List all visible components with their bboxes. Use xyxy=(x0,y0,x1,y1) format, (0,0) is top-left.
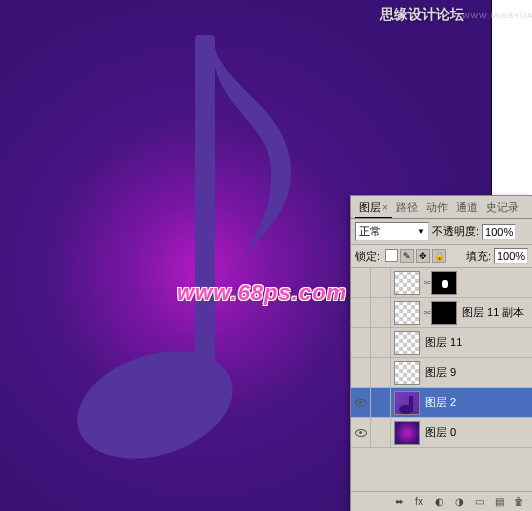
chain-icon: ⫘ xyxy=(423,278,431,287)
layer-thumb[interactable] xyxy=(394,331,420,355)
note-head xyxy=(63,333,246,478)
link-col[interactable] xyxy=(371,298,391,327)
layer-row[interactable]: 图层 0 xyxy=(351,418,532,448)
fill-label: 填充: xyxy=(466,249,491,264)
lock-position-icon[interactable]: ✥ xyxy=(416,249,430,263)
trash-icon[interactable]: 🗑 xyxy=(510,494,528,510)
blend-row: 正常 ▼ 不透明度: 100% xyxy=(351,219,532,244)
layer-name[interactable]: 图层 2 xyxy=(423,395,456,410)
layer-name[interactable]: 图层 0 xyxy=(423,425,456,440)
panel-tabs: 图层× 路径 动作 通道 史记录 xyxy=(351,196,532,219)
layers-list: ⫘ ⫘ 图层 11 副本 图层 11 图层 9 图 xyxy=(351,268,532,448)
visibility-toggle[interactable] xyxy=(351,268,371,297)
mask-icon[interactable]: ◐ xyxy=(430,494,448,510)
lock-row: 锁定: ✎ ✥ 🔒 填充: 100% xyxy=(351,244,532,268)
layers-panel: 图层× 路径 动作 通道 史记录 正常 ▼ 不透明度: 100% 锁定: ✎ ✥… xyxy=(350,195,532,511)
layer-mask[interactable] xyxy=(431,271,457,295)
visibility-toggle[interactable] xyxy=(351,418,371,447)
adjustment-icon[interactable]: ◑ xyxy=(450,494,468,510)
link-col[interactable] xyxy=(371,418,391,447)
lock-transparent-checkbox[interactable] xyxy=(385,249,398,262)
tab-paths[interactable]: 路径 xyxy=(392,198,422,218)
tab-close-icon[interactable]: × xyxy=(382,202,388,213)
layer-thumb[interactable] xyxy=(394,361,420,385)
chain-icon: ⫘ xyxy=(423,308,431,317)
blend-mode-select[interactable]: 正常 ▼ xyxy=(355,222,429,241)
layer-name[interactable]: 图层 11 xyxy=(423,335,462,350)
layer-name[interactable]: 图层 9 xyxy=(423,365,456,380)
fill-input[interactable]: 100% xyxy=(494,248,528,264)
layer-row[interactable]: ⫘ 图层 11 副本 xyxy=(351,298,532,328)
fx-icon[interactable]: fx xyxy=(410,494,428,510)
blend-mode-value: 正常 xyxy=(359,224,381,239)
visibility-toggle[interactable] xyxy=(351,388,371,417)
layer-row[interactable]: ⫘ xyxy=(351,268,532,298)
link-col[interactable] xyxy=(371,358,391,387)
eye-icon xyxy=(355,399,367,407)
layer-row-selected[interactable]: 图层 2 xyxy=(351,388,532,418)
watermark-top: 思缘设计论坛 xyxy=(380,6,464,24)
opacity-input[interactable]: 100% xyxy=(482,224,516,240)
layer-thumb[interactable] xyxy=(394,421,420,445)
layer-row[interactable]: 图层 9 xyxy=(351,358,532,388)
eye-icon xyxy=(355,429,367,437)
link-col[interactable] xyxy=(371,268,391,297)
layer-thumb[interactable] xyxy=(394,301,420,325)
lock-label: 锁定: xyxy=(355,249,380,264)
folder-icon[interactable]: ▭ xyxy=(470,494,488,510)
panel-footer: ⬌ fx ◐ ◑ ▭ ▤ 🗑 xyxy=(351,491,532,511)
watermark-center: www.68ps.com xyxy=(177,280,347,306)
link-col[interactable] xyxy=(371,388,391,417)
tab-actions[interactable]: 动作 xyxy=(422,198,452,218)
layer-mask[interactable] xyxy=(431,301,457,325)
tab-history[interactable]: 史记录 xyxy=(482,198,523,218)
layer-row[interactable]: 图层 11 xyxy=(351,328,532,358)
watermark-top-url: WWW.MISSYUAN.COM xyxy=(462,11,532,20)
visibility-toggle[interactable] xyxy=(351,328,371,357)
link-col[interactable] xyxy=(371,328,391,357)
chevron-down-icon: ▼ xyxy=(417,227,425,236)
music-note-shape xyxy=(75,35,295,475)
opacity-label: 不透明度: xyxy=(432,224,479,239)
note-flag xyxy=(203,35,293,265)
tab-channels[interactable]: 通道 xyxy=(452,198,482,218)
visibility-toggle[interactable] xyxy=(351,358,371,387)
layer-thumb[interactable] xyxy=(394,391,420,415)
visibility-toggle[interactable] xyxy=(351,298,371,327)
lock-all-icon[interactable]: 🔒 xyxy=(432,249,446,263)
link-layers-icon[interactable]: ⬌ xyxy=(390,494,408,510)
tab-layers[interactable]: 图层× xyxy=(355,198,392,218)
new-layer-icon[interactable]: ▤ xyxy=(490,494,508,510)
layer-name[interactable]: 图层 11 副本 xyxy=(460,305,524,320)
layer-thumb[interactable] xyxy=(394,271,420,295)
lock-pixel-icon[interactable]: ✎ xyxy=(400,249,414,263)
